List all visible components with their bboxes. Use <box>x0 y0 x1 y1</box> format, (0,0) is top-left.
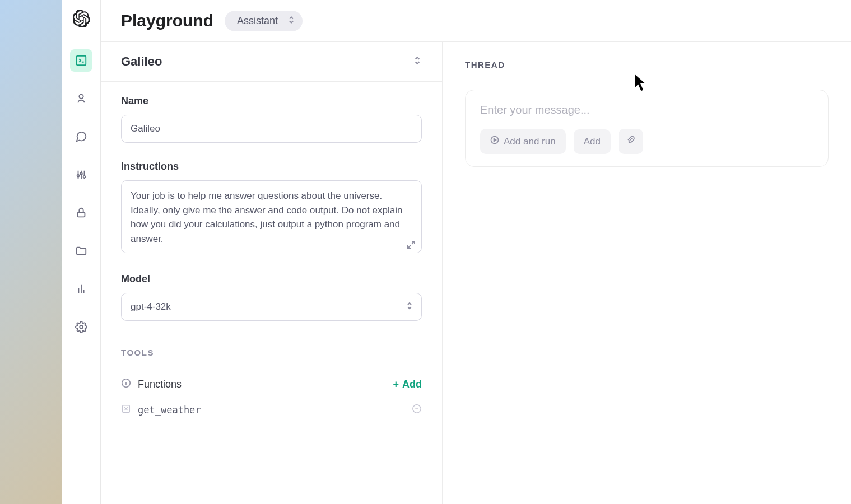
svg-point-6 <box>80 325 83 329</box>
app-window: Playground Assistant Galileo Name <box>62 0 851 504</box>
svg-point-4 <box>83 176 85 178</box>
assistant-selector-name: Galileo <box>121 54 162 69</box>
functions-row: Functions + Add <box>101 370 442 398</box>
config-panel: Galileo Name Instructions <box>101 42 443 504</box>
expand-icon[interactable] <box>407 241 415 249</box>
main: Playground Assistant Galileo Name <box>101 0 851 504</box>
sidebar-item-usage[interactable] <box>70 278 92 300</box>
thread-heading: THREAD <box>465 60 829 69</box>
instructions-input[interactable] <box>121 180 422 253</box>
svg-point-2 <box>77 175 79 177</box>
info-icon <box>121 378 131 390</box>
add-label: Add <box>402 379 422 390</box>
chevron-updown-icon <box>288 15 295 27</box>
message-actions: Add and run Add <box>480 129 813 154</box>
plus-icon: + <box>393 379 399 390</box>
openai-logo-icon <box>73 10 90 27</box>
svg-point-3 <box>80 172 82 175</box>
thread-panel: THREAD Enter your message... Add and run… <box>443 42 851 504</box>
chevron-updown-icon <box>406 302 413 312</box>
mode-selector[interactable]: Assistant <box>225 11 303 31</box>
topbar: Playground Assistant <box>101 0 851 42</box>
assistant-selector[interactable]: Galileo <box>101 42 442 82</box>
sidebar-item-files[interactable] <box>70 240 92 262</box>
name-input[interactable] <box>121 115 422 143</box>
sidebar-item-api-keys[interactable] <box>70 202 92 224</box>
function-item: get_weather <box>101 398 442 424</box>
mode-label: Assistant <box>237 15 278 26</box>
message-composer[interactable]: Enter your message... Add and run Add <box>465 90 829 167</box>
name-section: Name <box>101 82 442 147</box>
sidebar-item-fine-tune[interactable] <box>70 164 92 186</box>
model-section: Model gpt-4-32k <box>101 260 442 325</box>
sidebar-item-assistants[interactable] <box>70 87 92 110</box>
add-and-run-label: Add and run <box>504 136 556 147</box>
add-and-run-button[interactable]: Add and run <box>480 129 566 154</box>
play-icon <box>490 136 499 147</box>
function-name: get_weather <box>138 404 201 416</box>
model-select[interactable]: gpt-4-32k <box>121 293 422 321</box>
message-input[interactable]: Enter your message... <box>480 104 813 116</box>
page-title: Playground <box>121 11 213 30</box>
tools-heading: TOOLS <box>101 325 442 370</box>
add-function-button[interactable]: + Add <box>393 379 422 390</box>
model-label: Model <box>121 273 422 285</box>
add-label: Add <box>584 136 601 147</box>
instructions-label: Instructions <box>121 161 422 172</box>
add-button[interactable]: Add <box>574 129 611 154</box>
function-icon <box>121 404 131 416</box>
attach-button[interactable] <box>619 129 643 154</box>
sidebar-item-settings[interactable] <box>70 316 92 338</box>
name-label: Name <box>121 95 422 107</box>
sidebar-item-chat[interactable] <box>70 125 92 148</box>
sidebar <box>62 0 101 504</box>
chevron-updown-icon <box>413 56 422 67</box>
content: Galileo Name Instructions <box>101 42 851 504</box>
instructions-section: Instructions <box>101 147 442 260</box>
sidebar-item-playground[interactable] <box>70 49 92 72</box>
remove-function-button[interactable] <box>412 404 422 416</box>
svg-rect-5 <box>77 212 85 217</box>
functions-label: Functions <box>138 379 182 390</box>
svg-point-1 <box>79 95 83 99</box>
paperclip-icon <box>626 136 635 147</box>
